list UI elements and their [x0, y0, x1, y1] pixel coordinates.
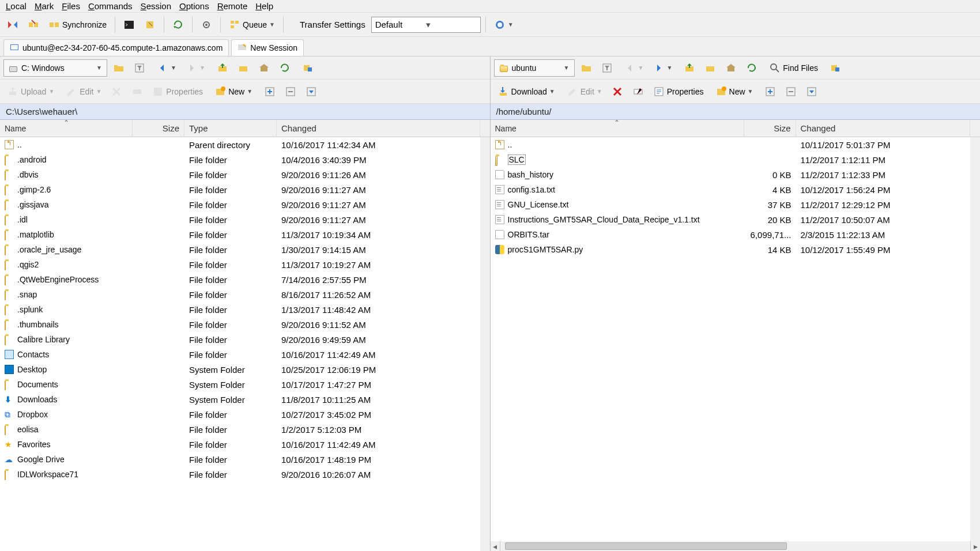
menu-mark[interactable]: Mark	[35, 1, 54, 11]
table-row[interactable]: GNU_License.txt37 KB11/2/2017 12:29:12 P…	[491, 197, 971, 212]
menu-session[interactable]: Session	[141, 1, 171, 11]
filter-icon[interactable]	[130, 60, 149, 76]
right-drive-combo[interactable]: ubuntu ▼	[494, 59, 575, 77]
table-row[interactable]: .oracle_jre_usageFile folder1/30/2017 9:…	[0, 242, 480, 257]
delete-icon[interactable]	[608, 84, 627, 100]
edit-button[interactable]: Edit▼	[563, 84, 606, 100]
left-drive-combo[interactable]: C: Windows ▼	[3, 59, 107, 77]
settings-icon[interactable]	[197, 17, 216, 33]
table-row[interactable]: ContactsFile folder10/16/2017 11:42:49 A…	[0, 347, 480, 362]
upload-button[interactable]: Upload▼	[3, 84, 58, 100]
parent-dir-icon[interactable]	[680, 60, 699, 76]
left-scrollbar[interactable]	[480, 137, 490, 551]
table-row[interactable]: ⬇DownloadsSystem Folder11/8/2017 10:11:2…	[0, 392, 480, 407]
table-row[interactable]: .QtWebEngineProcessFile folder7/14/2016 …	[0, 272, 480, 287]
table-row[interactable]: ⧉DropboxFile folder10/27/2017 3:45:02 PM	[0, 407, 480, 422]
new-button[interactable]: New▼	[211, 84, 256, 100]
table-row[interactable]: eolisaFile folder1/2/2017 5:12:03 PM	[0, 422, 480, 437]
properties-button[interactable]: Properties	[149, 84, 206, 100]
forward-button[interactable]: ▼	[649, 60, 676, 76]
menu-options[interactable]: Options	[179, 1, 209, 11]
delete-icon[interactable]	[107, 84, 126, 100]
right-h-scrollbar[interactable]: ◂ ▸	[491, 541, 981, 551]
root-dir-icon[interactable]	[701, 60, 719, 76]
queue-button[interactable]: Queue▼	[225, 17, 278, 33]
col-changed[interactable]: Changed	[277, 120, 480, 137]
home-icon[interactable]	[722, 60, 740, 76]
putty-icon[interactable]	[141, 17, 159, 33]
table-row[interactable]: DesktopSystem Folder10/25/2017 12:06:19 …	[0, 362, 480, 377]
table-row[interactable]: SLC11/2/2017 1:12:11 PM	[491, 152, 971, 167]
col-size[interactable]: Size	[133, 120, 184, 137]
properties-button[interactable]: Properties	[650, 84, 707, 100]
session-tab-active[interactable]: ubuntu@ec2-34-207-60-45.compute-1.amazon…	[3, 39, 229, 56]
col-name[interactable]: ⌃Name	[0, 120, 133, 137]
table-row[interactable]: .thumbnailsFile folder9/20/2016 9:11:52 …	[0, 317, 480, 332]
menu-local[interactable]: Local	[6, 1, 27, 11]
reload-icon[interactable]	[742, 60, 761, 76]
help-icon[interactable]: ▼	[491, 17, 517, 33]
open-folder-icon[interactable]	[110, 60, 128, 76]
download-button[interactable]: Download▼	[494, 84, 559, 100]
rename-icon[interactable]	[629, 84, 647, 100]
rename-icon[interactable]	[128, 84, 146, 100]
forward-button[interactable]: ▼	[182, 60, 209, 76]
find-files-button[interactable]: Find Files	[766, 60, 821, 76]
edit-button[interactable]: Edit▼	[62, 84, 105, 100]
col-size[interactable]: Size	[744, 120, 796, 137]
table-row[interactable]: ☁Google DriveFile folder10/16/2017 1:48:…	[0, 452, 480, 467]
left-path[interactable]: C:\Users\wehauer\	[0, 104, 490, 120]
home-icon[interactable]	[255, 60, 273, 76]
table-row[interactable]: .dbvisFile folder9/20/2016 9:11:26 AM	[0, 167, 480, 182]
table-row[interactable]: procS1GMT5SAR.py14 KB10/12/2017 1:55:49 …	[491, 242, 971, 257]
table-row[interactable]: config.s1a.txt4 KB10/12/2017 1:56:24 PM	[491, 182, 971, 197]
menu-help[interactable]: Help	[255, 1, 273, 11]
table-row[interactable]: ORBITS.tar6,099,71...2/3/2015 11:22:13 A…	[491, 227, 971, 242]
table-row[interactable]: .qgis2File folder11/3/2017 10:19:27 AM	[0, 257, 480, 272]
table-row[interactable]: Instructions_GMT5SAR_Cloud_Data_Recipe_v…	[491, 212, 971, 227]
reload-icon[interactable]	[276, 60, 294, 76]
minus-icon[interactable]	[281, 84, 300, 100]
table-row[interactable]: .splunkFile folder1/13/2017 11:48:42 AM	[0, 302, 480, 317]
table-row[interactable]: bash_history0 KB11/2/2017 1:12:33 PM	[491, 167, 971, 182]
transfer-settings-combo[interactable]: Default▾	[371, 17, 481, 33]
menu-files[interactable]: Files	[62, 1, 80, 11]
table-row[interactable]: ..10/11/2017 5:01:37 PM	[491, 137, 971, 152]
table-row[interactable]: .snapFile folder8/16/2017 11:26:52 AM	[0, 287, 480, 302]
table-row[interactable]: .idlFile folder9/20/2016 9:11:27 AM	[0, 212, 480, 227]
table-row[interactable]: .androidFile folder10/4/2016 3:40:39 PM	[0, 152, 480, 167]
back-button[interactable]: ▼	[621, 60, 647, 76]
new-session-tab[interactable]: New Session	[231, 39, 304, 56]
right-path[interactable]: /home/ubuntu/	[491, 104, 981, 120]
synchronize-button[interactable]: Synchronize	[45, 17, 110, 33]
compare-icon[interactable]	[3, 17, 22, 33]
filter-icon[interactable]	[598, 60, 616, 76]
table-row[interactable]: DocumentsSystem Folder10/17/2017 1:47:27…	[0, 377, 480, 392]
table-row[interactable]: ★FavoritesFile folder10/16/2017 11:42:49…	[0, 437, 480, 452]
table-row[interactable]: .gissjavaFile folder9/20/2016 9:11:27 AM	[0, 197, 480, 212]
parent-dir-icon[interactable]	[213, 60, 232, 76]
col-type[interactable]: Type	[184, 120, 277, 137]
root-dir-icon[interactable]	[234, 60, 252, 76]
new-button[interactable]: New▼	[712, 84, 757, 100]
bookmark-icon[interactable]	[299, 60, 317, 76]
table-row[interactable]: .matplotlibFile folder11/3/2017 10:19:34…	[0, 227, 480, 242]
select-icon[interactable]	[302, 84, 321, 100]
right-file-list[interactable]: ..10/11/2017 5:01:37 PMSLC11/2/2017 1:12…	[491, 137, 971, 541]
table-row[interactable]: ..Parent directory10/16/2017 11:42:34 AM	[0, 137, 480, 152]
table-row[interactable]: IDLWorkspace71File folder9/20/2016 10:26…	[0, 467, 480, 482]
plus-icon[interactable]	[761, 84, 779, 100]
select-icon[interactable]	[802, 84, 821, 100]
table-row[interactable]: .gimp-2.6File folder9/20/2016 9:11:27 AM	[0, 182, 480, 197]
minus-icon[interactable]	[782, 84, 800, 100]
menu-remote[interactable]: Remote	[217, 1, 248, 11]
right-scrollbar[interactable]	[970, 137, 980, 541]
refresh-icon[interactable]	[169, 17, 187, 33]
open-folder-icon[interactable]	[577, 60, 595, 76]
plus-icon[interactable]	[261, 84, 279, 100]
menu-commands[interactable]: Commands	[88, 1, 133, 11]
col-changed[interactable]: Changed	[796, 120, 971, 137]
col-name[interactable]: ⌃Name	[491, 120, 744, 137]
bookmark-icon[interactable]	[826, 60, 845, 76]
table-row[interactable]: Calibre LibraryFile folder9/20/2016 9:49…	[0, 332, 480, 347]
